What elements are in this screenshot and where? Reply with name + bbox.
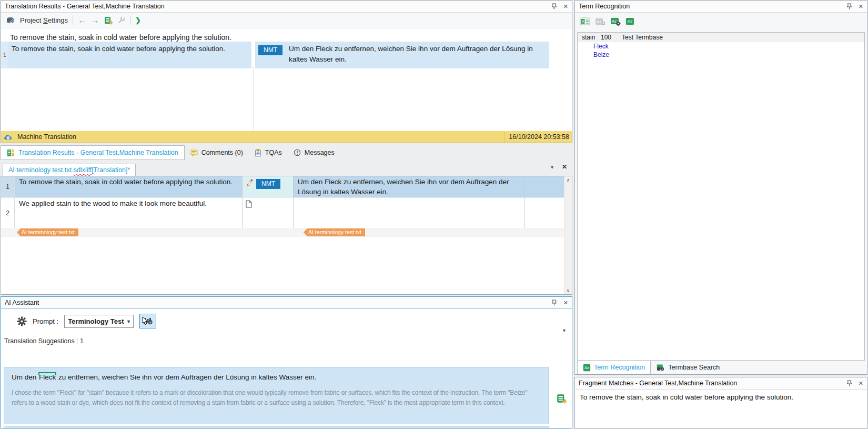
- translation-suggestion-card[interactable]: Um den Fleck zu entfernen, weichen Sie i…: [4, 367, 549, 424]
- panel-options-dropdown-icon[interactable]: ▾: [563, 327, 566, 333]
- svg-text:Az: Az: [612, 19, 617, 24]
- pin-icon[interactable]: [552, 300, 557, 306]
- scroll-up-icon[interactable]: ∧: [567, 177, 570, 183]
- document-list-dropdown-icon[interactable]: ▾: [551, 164, 553, 170]
- lookup-source-text: To remove the stain, soak in cold water …: [1, 28, 572, 42]
- term-recognition-titlebar: Term Recognition ✕: [575, 1, 867, 13]
- tab-term-recognition[interactable]: Az Term Recognition: [577, 361, 651, 374]
- document-tab[interactable]: AI terminology test.txt.sdlxliff [Transl…: [3, 164, 136, 176]
- expand-toolbar-icon[interactable]: ❯: [135, 16, 141, 24]
- close-document-icon[interactable]: ✕: [562, 163, 567, 171]
- tab-translation-results[interactable]: Translation Results - General Test,Machi…: [1, 145, 185, 160]
- term-recognition-title: Term Recognition: [579, 3, 847, 10]
- toolbar-separator: [130, 16, 130, 25]
- close-icon[interactable]: ✕: [859, 380, 863, 387]
- close-icon[interactable]: ✕: [859, 3, 863, 10]
- close-icon[interactable]: ✕: [563, 300, 568, 306]
- fragment-matches-panel: Fragment Matches - General Test,Machine …: [574, 377, 867, 429]
- close-icon[interactable]: ✕: [563, 3, 568, 10]
- translation-results-toolbar: Project Settings ← → ❯: [1, 13, 572, 28]
- suggestion-sentence: Um den Fleck zu entfernen, weichen Sie i…: [12, 373, 541, 381]
- term-translation-link[interactable]: Fleck: [578, 42, 609, 51]
- gear-icon[interactable]: [17, 316, 27, 326]
- scroll-down-icon[interactable]: ∨: [567, 288, 570, 293]
- not-translated-document-icon: [246, 200, 252, 208]
- machine-translation-label: Machine Translation: [17, 133, 76, 141]
- tab-label: Term Recognition: [594, 364, 645, 371]
- tab-label: TQAs: [265, 149, 282, 156]
- sort-terms-icon[interactable]: Az: [625, 17, 635, 26]
- pin-icon[interactable]: [847, 380, 852, 386]
- tab-label: Termbase Search: [668, 364, 720, 371]
- lookup-dock-tabs: Translation Results - General Test,Machi…: [1, 145, 572, 160]
- pin-icon[interactable]: [847, 3, 852, 9]
- add-term-icon[interactable]: Az: [595, 17, 605, 26]
- nmt-origin-badge: NMT: [258, 45, 282, 55]
- tm-row-gap: [251, 42, 255, 68]
- next-result-button[interactable]: →: [91, 16, 99, 25]
- apply-translation-icon[interactable]: [104, 16, 113, 25]
- segment-row-1: 1 To remove the stain, soak in cold wate…: [1, 176, 572, 197]
- tab-comments[interactable]: Comments (0): [185, 145, 249, 160]
- tm-result-row[interactable]: 1 To remove the stain, soak in cold wate…: [1, 42, 549, 68]
- segment-source-cell[interactable]: To remove the stain, soak in cold water …: [15, 176, 242, 197]
- translation-results-tab-icon: [7, 149, 15, 157]
- previous-result-button[interactable]: ←: [78, 16, 86, 25]
- highlighted-term: Fleck: [38, 372, 56, 381]
- segment-status-cell: [242, 198, 294, 228]
- chevron-down-icon: ▾: [127, 318, 130, 324]
- segment-number: 2: [1, 198, 15, 228]
- term-recognition-panel: Term Recognition ✕ A Az Az Az stain 100 …: [574, 0, 867, 375]
- translation-results-title: Translation Results - General Test,Machi…: [5, 3, 552, 10]
- verify-wrench-icon[interactable]: [117, 16, 125, 24]
- tab-label: Comments (0): [201, 149, 243, 156]
- file-boundary-row: AI terminology test.txt AI terminology t…: [1, 228, 572, 237]
- messages-icon: [294, 149, 301, 156]
- tab-label: Translation Results - General Test,Machi…: [18, 149, 178, 156]
- nmt-origin-badge: NMT: [256, 179, 280, 189]
- svg-text:Az: Az: [584, 365, 589, 370]
- term-match-score: 100: [601, 34, 622, 41]
- hitlist-settings-icon[interactable]: Az: [610, 17, 621, 26]
- target-file-tag: AI terminology test.txt: [304, 228, 365, 236]
- run-prompt-button[interactable]: [139, 314, 156, 328]
- segment-number: 1: [1, 176, 15, 197]
- mt-bar-separator: [504, 131, 504, 143]
- segment-source-cell[interactable]: We applied stain to the wood to make it …: [15, 198, 242, 228]
- translation-results-panel: Translation Results - General Test,Machi…: [1, 0, 572, 143]
- svg-text:Az: Az: [628, 19, 633, 24]
- editor-grid: 1 To remove the stain, soak in cold wate…: [1, 176, 572, 295]
- ai-assistant-titlebar: AI Assistant ✕: [1, 297, 572, 309]
- tab-messages[interactable]: Messages: [288, 145, 340, 160]
- ai-assistant-panel: AI Assistant ✕ Prompt : Terminology Test…: [1, 296, 572, 428]
- segment-status-cell: NMT: [242, 176, 294, 197]
- term-translation-link[interactable]: Beize: [578, 51, 609, 59]
- term-entry-row[interactable]: stain 100 Test Termbase: [578, 33, 864, 42]
- fragment-source-text: To remove the stain, soak in cold water …: [575, 390, 867, 401]
- ai-assistant-toolbar: Prompt : Terminology Test ▾: [1, 310, 156, 333]
- fragment-matches-title: Fragment Matches - General Test,Machine …: [579, 380, 847, 387]
- document-tab-strip: AI terminology test.txt.sdlxliff [Transl…: [1, 162, 572, 176]
- editor-vertical-scrollbar[interactable]: ∧ ∨: [564, 176, 572, 294]
- prompt-dropdown-value: Terminology Test: [68, 317, 124, 325]
- term-recognition-toolbar: A Az Az Az: [575, 13, 867, 30]
- tab-termbase-search[interactable]: Termbase Search: [651, 361, 725, 374]
- mouse-cursor: [142, 317, 148, 325]
- suggestion-explanation: I chose the term "Fleck" for "stain" bec…: [12, 388, 541, 407]
- apply-suggestion-button[interactable]: [556, 393, 567, 404]
- project-settings-button[interactable]: Project Settings: [20, 16, 68, 24]
- tab-tqas[interactable]: TQAs: [249, 145, 288, 160]
- svg-text:A: A: [582, 19, 584, 23]
- translation-results-titlebar: Translation Results - General Test,Machi…: [1, 1, 572, 13]
- segment-target-cell[interactable]: Um den Fleck zu entfernen, weichen Sie i…: [294, 176, 525, 197]
- view-termbases-icon[interactable]: A: [580, 17, 590, 26]
- prompt-dropdown[interactable]: Terminology Test ▾: [64, 315, 134, 328]
- trados-studio-window: Translation Results - General Test,Machi…: [0, 0, 868, 429]
- segment-target-cell[interactable]: [294, 198, 525, 228]
- tm-row-number: 1: [1, 42, 8, 68]
- pin-icon[interactable]: [552, 3, 557, 9]
- machine-translation-cloud-icon: [4, 133, 13, 141]
- ai-assistant-title: AI Assistant: [5, 299, 552, 306]
- tqas-icon: [255, 149, 261, 157]
- prompt-label: Prompt :: [33, 317, 58, 325]
